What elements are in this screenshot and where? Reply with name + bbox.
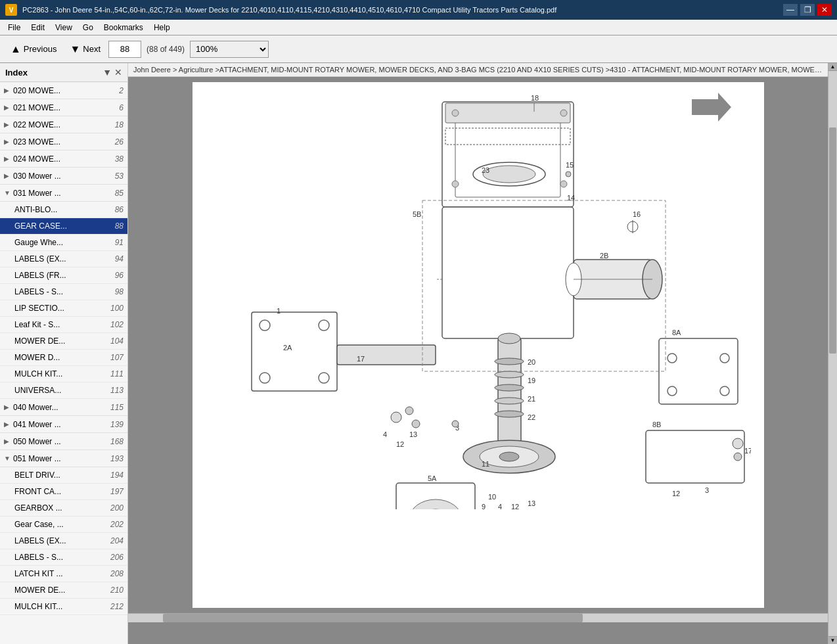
sidebar-num-051: 193 [105, 454, 124, 463]
next-label: Next [83, 44, 101, 54]
sidebar-subitem-lip-sectio[interactable]: LIP SECTIO... 100 [0, 300, 127, 317]
svg-text:23: 23 [482, 166, 489, 174]
sidebar-item-051[interactable]: ▼ 051 Mower ... 193 [0, 450, 127, 467]
sidebar-subitem-front-ca[interactable]: FRONT CA... 197 [0, 484, 127, 500]
arrow-icon-020: ▶ [4, 87, 13, 94]
sidebar-subitem-leaf-kit[interactable]: Leaf Kit - S... 102 [0, 317, 127, 333]
svg-point-34 [495, 384, 524, 391]
sidebar-controls: ▼ ✕ [102, 67, 122, 78]
minimize-button[interactable]: — [783, 4, 798, 16]
horizontal-scrollbar[interactable] [128, 613, 828, 622]
arrow-indicator [692, 93, 731, 124]
sidebar-subitem-labels-fr[interactable]: LABELS (FR... 96 [0, 267, 127, 284]
svg-point-45 [319, 373, 329, 383]
close-button[interactable]: ✕ [817, 4, 832, 16]
pdf-scroll-area[interactable]: John Deere > Agriculture >ATTACHMENT, MI… [128, 63, 828, 644]
subitem-label-mower-d: MOWER D... [14, 353, 105, 362]
sidebar-subitem-gearbox[interactable]: GEARBOX ... 200 [0, 500, 127, 517]
sidebar-num-024: 38 [105, 154, 124, 164]
subitem-num-belt-driv: 194 [105, 471, 124, 480]
menu-help[interactable]: Help [148, 22, 175, 34]
sidebar-subitem-belt-driv[interactable]: BELT DRIV... 194 [0, 467, 127, 484]
subitem-label-labels-s2: LABELS - S... [14, 553, 105, 562]
sidebar-subitem-labels-s2[interactable]: LABELS - S... 206 [0, 549, 127, 566]
sidebar-subitem-labels-ex[interactable]: LABELS (EX... 94 [0, 251, 127, 267]
sidebar-subitem-mulch-kit2[interactable]: MULCH KIT... 212 [0, 599, 127, 615]
svg-text:15: 15 [566, 161, 574, 169]
sidebar-collapse-btn[interactable]: ▼ [102, 67, 112, 78]
menu-edit[interactable]: Edit [26, 22, 50, 34]
titlebar: V PC2863 - John Deere 54-in.,54C,60-in.,… [0, 0, 837, 20]
sidebar-item-021[interactable]: ▶ 021 MOWE... 6 [0, 99, 127, 116]
svg-point-63 [720, 386, 729, 396]
svg-point-33 [495, 371, 524, 378]
sidebar: Index ▼ ✕ ▶ 020 MOWE... 2 ▶ 021 MOWE... … [0, 63, 128, 644]
sidebar-close-btn[interactable]: ✕ [114, 67, 122, 78]
sidebar-subitem-latch-kit[interactable]: LATCH KIT ... 208 [0, 566, 127, 582]
sidebar-label-024: 024 MOWE... [13, 154, 105, 164]
next-arrow-icon: ▼ [70, 43, 80, 55]
sidebar-item-020[interactable]: ▶ 020 MOWE... 2 [0, 82, 127, 99]
subitem-label-labels-fr: LABELS (FR... [14, 271, 105, 280]
subitem-num-labels-ex2: 204 [105, 536, 124, 545]
sidebar-item-022[interactable]: ▶ 022 MOWE... 18 [0, 116, 127, 133]
previous-button[interactable]: ▲ Previous [5, 41, 62, 58]
subitem-num-lip-sectio: 100 [105, 304, 124, 313]
page-info: (88 of 449) [144, 45, 187, 54]
sidebar-item-031[interactable]: ▼ 031 Mower ... 85 [0, 185, 127, 202]
svg-point-6 [560, 110, 567, 116]
sidebar-list: ▶ 020 MOWE... 2 ▶ 021 MOWE... 6 ▶ 022 MO… [0, 82, 127, 644]
sidebar-num-040: 115 [105, 403, 124, 412]
subitem-num-labels-s2: 206 [105, 553, 124, 562]
sidebar-item-041[interactable]: ▶ 041 Mower ... 139 [0, 416, 127, 433]
subitem-label-mulch-kit: MULCH KIT... [14, 369, 105, 379]
toolbar: ▲ Previous ▼ Next (88 of 449) 100% 50% 7… [0, 35, 837, 63]
next-button[interactable]: ▼ Next [64, 41, 106, 58]
menu-view[interactable]: View [50, 22, 78, 34]
svg-marker-0 [692, 93, 731, 122]
sidebar-item-030[interactable]: ▶ 030 Mower ... 53 [0, 168, 127, 185]
menu-go[interactable]: Go [78, 22, 99, 34]
sidebar-item-040[interactable]: ▶ 040 Mower... 115 [0, 399, 127, 416]
subitem-num-anti-blo: 86 [105, 205, 124, 214]
vertical-scrollbar[interactable]: ▲ ▼ [828, 63, 837, 644]
sidebar-subitem-universa[interactable]: UNIVERSA... 113 [0, 382, 127, 399]
previous-label: Previous [24, 44, 57, 54]
sidebar-subitem-mower-de2[interactable]: MOWER DE... 210 [0, 582, 127, 599]
restore-button[interactable]: ❐ [800, 4, 815, 16]
subitem-num-labels-ex: 94 [105, 254, 124, 264]
sidebar-subitem-anti-blo[interactable]: ANTI-BLO... 86 [0, 202, 127, 218]
subitem-num-mulch-kit: 111 [105, 369, 124, 379]
pdf-content-wrapper: John Deere > Agriculture >ATTACHMENT, MI… [128, 63, 837, 644]
svg-point-50 [405, 407, 413, 415]
svg-point-60 [667, 354, 677, 363]
subitem-num-latch-kit: 208 [105, 569, 124, 578]
sidebar-item-023[interactable]: ▶ 023 MOWE... 26 [0, 133, 127, 150]
sidebar-subitem-mower-de1[interactable]: MOWER DE... 104 [0, 333, 127, 350]
svg-point-5 [452, 110, 459, 116]
svg-point-42 [260, 320, 270, 331]
menu-bookmarks[interactable]: Bookmarks [99, 22, 148, 34]
svg-text:16: 16 [633, 210, 641, 218]
sidebar-subitem-gear-case[interactable]: GEAR CASE... 88 [0, 218, 127, 235]
sidebar-subitem-mulch-kit[interactable]: MULCH KIT... 111 [0, 366, 127, 382]
sidebar-subitem-labels-ex2[interactable]: LABELS (EX... 204 [0, 533, 127, 549]
svg-text:5A: 5A [428, 474, 437, 482]
svg-point-66 [733, 438, 743, 449]
sidebar-item-024[interactable]: ▶ 024 MOWE... 38 [0, 150, 127, 168]
sidebar-subitem-labels-s1[interactable]: LABELS - S... 98 [0, 284, 127, 300]
sidebar-item-050[interactable]: ▶ 050 Mower ... 168 [0, 433, 127, 450]
svg-rect-64 [646, 430, 744, 483]
zoom-select[interactable]: 100% 50% 75% 125% 150% 200% [190, 41, 269, 58]
arrow-icon-030: ▶ [4, 172, 13, 179]
sidebar-subitem-mower-d[interactable]: MOWER D... 107 [0, 350, 127, 366]
sidebar-subitem-gauge-whe[interactable]: Gauge Whe... 91 [0, 235, 127, 251]
subitem-label-gearbox: GEARBOX ... [14, 503, 105, 513]
menu-file[interactable]: File [3, 22, 26, 34]
svg-text:20: 20 [528, 358, 535, 366]
page-input[interactable] [108, 41, 141, 58]
arrow-icon-022: ▶ [4, 121, 13, 128]
sidebar-num-030: 53 [105, 172, 124, 181]
sidebar-subitem-gear-case-202[interactable]: Gear Case, ... 202 [0, 517, 127, 533]
svg-point-13 [483, 166, 535, 183]
